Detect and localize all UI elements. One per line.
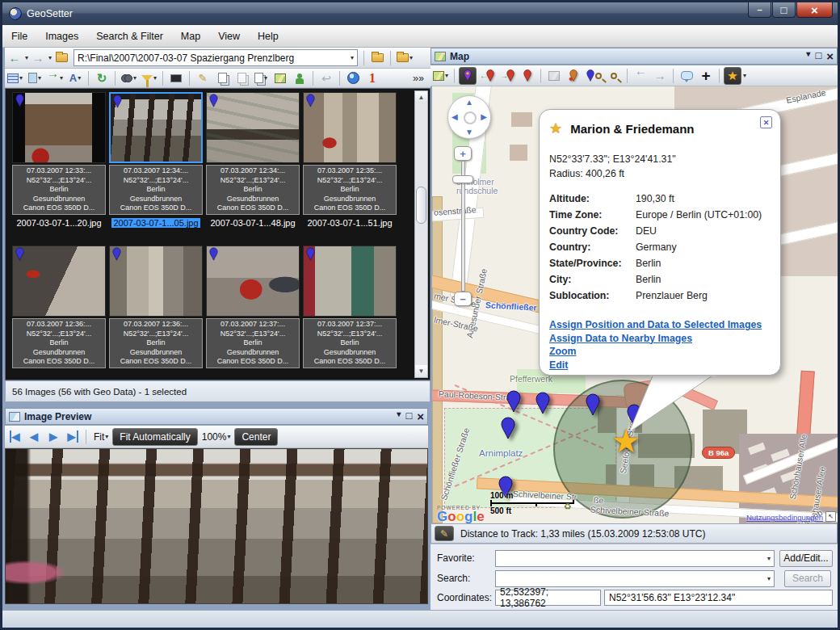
browse-folder-button[interactable] bbox=[368, 49, 386, 67]
menu-search-filter[interactable]: Search & Filter bbox=[87, 27, 172, 46]
edit-data-button[interactable] bbox=[194, 69, 212, 87]
edit-link[interactable]: Edit bbox=[549, 359, 762, 372]
map-resize-icon[interactable] bbox=[825, 511, 836, 522]
favorite-combobox[interactable] bbox=[495, 550, 775, 567]
remove-markers-button[interactable] bbox=[565, 67, 582, 85]
panel-maximize-icon[interactable] bbox=[815, 49, 821, 63]
show-on-map-button[interactable] bbox=[271, 69, 289, 87]
coordinates-dms-field[interactable]: N52°31'56.63" E13°23'12.34" bbox=[604, 590, 833, 606]
preview-toggle-button[interactable] bbox=[167, 69, 185, 87]
map-back-button[interactable] bbox=[632, 67, 649, 85]
filter-button[interactable] bbox=[140, 69, 158, 87]
menu-file[interactable]: File bbox=[2, 27, 36, 46]
panel-maximize-icon[interactable] bbox=[405, 410, 412, 423]
fit-button[interactable]: Fit bbox=[90, 429, 112, 445]
add-favorite-folder-button[interactable] bbox=[395, 49, 414, 67]
fit-automatically-button[interactable]: Fit Automatically bbox=[112, 428, 197, 446]
export-button[interactable] bbox=[26, 69, 44, 87]
map-canvas[interactable]: Esplanade omholmer rundschule osenstraße… bbox=[432, 86, 838, 523]
menu-map[interactable]: Map bbox=[172, 27, 209, 46]
match-track-button[interactable] bbox=[291, 69, 309, 87]
next-image-button[interactable] bbox=[44, 428, 62, 446]
thumbnail-filename[interactable]: 2007-03-07-1...20.jpg bbox=[12, 218, 106, 228]
back-history-caret[interactable] bbox=[25, 54, 28, 61]
crosshair-toggle-button[interactable] bbox=[697, 67, 715, 85]
panel-menu-caret[interactable] bbox=[397, 410, 401, 423]
thumbnail-cell[interactable]: 07.03.2007 12:37:...N52°32'...;E13°24'..… bbox=[206, 246, 301, 368]
copy-button[interactable] bbox=[213, 69, 231, 87]
assign-position-link[interactable]: Assign Position and Data to Selected Ima… bbox=[549, 318, 762, 332]
thumbnail-filename[interactable]: 2007-03-07-1...51.jpg bbox=[303, 218, 397, 228]
photo-marker-pin[interactable] bbox=[499, 417, 517, 439]
position-marker-button[interactable] bbox=[459, 67, 477, 85]
tooltip-toggle-button[interactable] bbox=[678, 67, 695, 85]
folder-up-button[interactable] bbox=[52, 49, 70, 67]
panel-close-icon[interactable] bbox=[826, 49, 834, 63]
refresh-button[interactable] bbox=[93, 69, 111, 87]
scroll-down-button[interactable] bbox=[415, 365, 427, 377]
zoom-selection-button[interactable] bbox=[605, 67, 623, 85]
zoom-in-button[interactable]: + bbox=[454, 146, 472, 161]
map-forward-button[interactable] bbox=[651, 67, 669, 85]
view-mode-button[interactable] bbox=[6, 69, 24, 87]
map-type-button[interactable] bbox=[431, 67, 450, 85]
favorites-caret[interactable] bbox=[743, 72, 746, 79]
thumbnail-filename[interactable]: 2007-03-07-1...48.jpg bbox=[206, 218, 300, 228]
photo-marker-pin[interactable] bbox=[584, 393, 602, 416]
thumbnail-cell[interactable]: 07.03.2007 12:36:...N52°32'...;E13°24'..… bbox=[109, 246, 204, 368]
thumbnail-cell[interactable]: 07.03.2007 12:37:...N52°32'...;E13°24'..… bbox=[303, 246, 398, 368]
paste-button[interactable] bbox=[233, 69, 250, 87]
scroll-up-button[interactable] bbox=[415, 91, 427, 103]
edit-track-button[interactable] bbox=[435, 526, 454, 541]
toolbar-overflow-button[interactable]: » bbox=[410, 69, 427, 87]
forward-button[interactable] bbox=[29, 49, 47, 67]
photo-marker-pin[interactable] bbox=[534, 392, 552, 414]
search-button[interactable]: Search bbox=[784, 570, 831, 587]
map-pan-control[interactable]: ▲ ▼ ◀ ▶ bbox=[447, 95, 491, 139]
menu-help[interactable]: Help bbox=[249, 27, 288, 46]
panel-menu-caret[interactable] bbox=[806, 49, 810, 63]
forward-history-caret[interactable] bbox=[48, 54, 52, 61]
pan-up-icon[interactable]: ▲ bbox=[465, 98, 473, 107]
zoom-out-button[interactable]: − bbox=[454, 292, 472, 306]
assign-nearby-link[interactable]: Assign Data to Nearby Images bbox=[549, 332, 762, 346]
thumbnail-cell[interactable]: 07.03.2007 12:35:...N52°32'...;E13°24'..… bbox=[303, 92, 398, 228]
scrollbar-thumb[interactable] bbox=[416, 187, 426, 224]
iptc-button[interactable]: 1 bbox=[363, 69, 381, 87]
coordinates-decimal-field[interactable]: 52,532397; 13,386762 bbox=[495, 590, 601, 606]
pan-left-icon[interactable]: ◀ bbox=[452, 112, 458, 121]
copy-data-button[interactable] bbox=[252, 69, 270, 87]
center-button[interactable]: Center bbox=[234, 428, 278, 446]
first-image-button[interactable] bbox=[6, 428, 23, 446]
font-button[interactable]: A bbox=[66, 69, 84, 87]
thumbnail-cell-selected[interactable]: 07.03.2007 12:34:...N52°32'...;E13°24'..… bbox=[109, 92, 204, 228]
minimize-button[interactable] bbox=[748, 2, 771, 18]
zoom-level-button[interactable]: 100% bbox=[198, 429, 235, 445]
terms-link[interactable]: Nutzungsbedingungen bbox=[746, 513, 823, 522]
thumbnail-cell[interactable]: 07.03.2007 12:34:...N52°32'...;E13°24'..… bbox=[206, 92, 301, 228]
thumbnail-cell[interactable]: 07.03.2007 12:33:...N52°32'...;E13°24'..… bbox=[12, 92, 107, 228]
thumbnail-cell[interactable]: 07.03.2007 12:36:...N52°32'...;E13°24'..… bbox=[12, 246, 107, 368]
previous-marker-button[interactable]: ← bbox=[478, 67, 497, 85]
add-edit-button[interactable]: Add/Edit... bbox=[779, 550, 833, 567]
back-button[interactable] bbox=[6, 49, 23, 67]
zoom-slider-handle[interactable] bbox=[452, 175, 473, 183]
last-image-button[interactable] bbox=[64, 428, 82, 446]
google-earth-button[interactable] bbox=[344, 69, 362, 87]
zoom-link[interactable]: Zoom bbox=[549, 345, 762, 359]
search-combobox[interactable] bbox=[495, 570, 775, 587]
menu-view[interactable]: View bbox=[209, 27, 249, 46]
favorites-button[interactable] bbox=[724, 67, 741, 85]
undo-button[interactable] bbox=[317, 69, 335, 87]
next-marker-button[interactable]: → bbox=[498, 67, 517, 85]
search-images-button[interactable] bbox=[120, 69, 138, 87]
maximize-button[interactable] bbox=[772, 2, 796, 18]
pan-right-icon[interactable]: ▶ bbox=[481, 112, 487, 121]
zoom-to-markers-button[interactable] bbox=[584, 67, 603, 85]
previous-image-button[interactable] bbox=[25, 428, 43, 446]
pan-down-icon[interactable]: ▼ bbox=[465, 128, 473, 136]
save-changes-button[interactable] bbox=[45, 69, 65, 87]
thumbnail-scrollbar[interactable] bbox=[414, 90, 428, 378]
close-button[interactable] bbox=[796, 2, 833, 18]
panel-close-icon[interactable] bbox=[417, 410, 424, 423]
